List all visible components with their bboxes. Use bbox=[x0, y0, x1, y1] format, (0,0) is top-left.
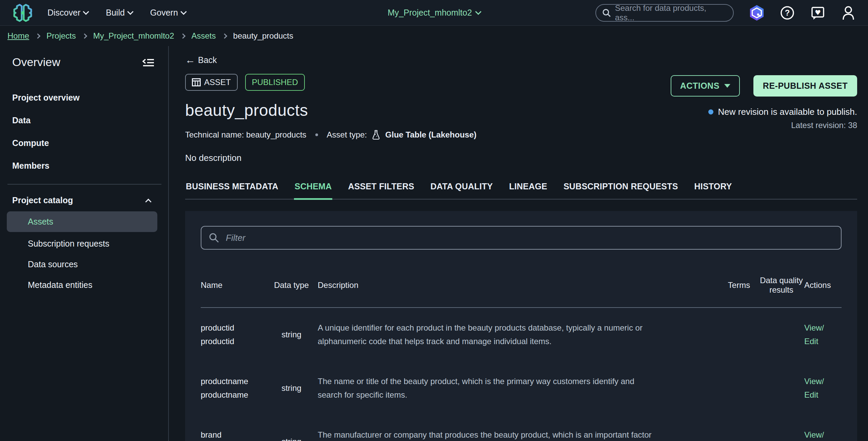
table-row: productid productid string A unique iden… bbox=[201, 308, 842, 361]
chevron-down-icon bbox=[127, 8, 133, 15]
actions-button[interactable]: ACTIONS bbox=[671, 75, 740, 97]
table-row: productname productname string The name … bbox=[201, 361, 842, 415]
table-icon bbox=[192, 78, 201, 86]
view-link-label: View/ bbox=[804, 321, 842, 335]
sidebar-item-metadata-entities[interactable]: Metadata entities bbox=[0, 275, 168, 295]
breadcrumb-separator-icon bbox=[82, 33, 87, 39]
republish-asset-button[interactable]: RE-PUBLISH ASSET bbox=[753, 75, 857, 97]
sidebar-item-compute[interactable]: Compute bbox=[0, 132, 168, 154]
chevron-down-icon bbox=[83, 8, 89, 15]
back-button[interactable]: ← Back bbox=[185, 55, 217, 65]
edit-link-label: Edit bbox=[804, 335, 842, 348]
asset-badge-label: ASSET bbox=[204, 78, 231, 87]
view-edit-link[interactable]: View/ Edit bbox=[804, 375, 842, 402]
sidebar-section-project-catalog[interactable]: Project catalog bbox=[0, 191, 168, 210]
caret-down-icon bbox=[724, 84, 730, 88]
tab-bar: BUSINESS METADATA SCHEMA ASSET FILTERS D… bbox=[185, 182, 857, 200]
tab-subscription-requests[interactable]: SUBSCRIPTION REQUESTS bbox=[563, 182, 679, 199]
field-description: A unique identifier for each product in … bbox=[318, 321, 719, 348]
breadcrumb-current: beauty_products bbox=[233, 31, 293, 41]
status-badge: PUBLISHED bbox=[245, 74, 305, 91]
column-header-name: Name bbox=[201, 280, 265, 290]
back-label: Back bbox=[198, 55, 217, 65]
sidebar-divider bbox=[7, 184, 161, 185]
sidebar-item-members[interactable]: Members bbox=[0, 154, 168, 177]
field-name: brand bbox=[201, 428, 265, 441]
breadcrumb-projects[interactable]: Projects bbox=[46, 31, 76, 41]
view-edit-link[interactable]: View/ Edit bbox=[804, 321, 842, 348]
project-catalog-label: Project catalog bbox=[12, 195, 73, 205]
field-name: productid bbox=[201, 321, 265, 335]
sidebar-title: Overview bbox=[12, 56, 60, 69]
asset-type-badge: ASSET bbox=[185, 74, 238, 91]
asset-description: No description bbox=[185, 153, 857, 163]
asset-type-value: Glue Table (Lakehouse) bbox=[385, 130, 476, 140]
glue-flask-icon bbox=[372, 130, 380, 140]
schema-panel: Name Data type Description Terms Data qu… bbox=[185, 211, 857, 441]
field-description: The manufacturer or company that produce… bbox=[318, 428, 719, 441]
search-icon bbox=[602, 8, 611, 17]
tab-data-quality[interactable]: DATA QUALITY bbox=[430, 182, 494, 199]
sidebar-item-assets[interactable]: Assets bbox=[7, 211, 157, 232]
nav-menu-govern[interactable]: Govern bbox=[150, 8, 186, 18]
project-selector-label: My_Project_mhomlto2 bbox=[388, 8, 472, 18]
edit-link-label: Edit bbox=[804, 388, 842, 402]
nav-menu-discover[interactable]: Discover bbox=[47, 8, 88, 18]
tab-business-metadata[interactable]: BUSINESS METADATA bbox=[185, 182, 279, 199]
schema-table: Name Data type Description Terms Data qu… bbox=[201, 263, 842, 441]
feedback-icon[interactable]: ♥ bbox=[810, 5, 825, 20]
asset-type-label: Asset type: bbox=[327, 130, 367, 140]
breadcrumb-assets[interactable]: Assets bbox=[192, 31, 216, 41]
sidebar: Overview Project overview Data Compute M… bbox=[0, 46, 169, 441]
nav-menu-build[interactable]: Build bbox=[106, 8, 133, 18]
breadcrumb-project[interactable]: My_Project_mhomlto2 bbox=[93, 31, 174, 41]
new-revision-dot-icon bbox=[708, 109, 713, 114]
field-technical-name: productid bbox=[201, 335, 265, 348]
nav-menu-build-label: Build bbox=[106, 8, 125, 18]
svg-text:♥: ♥ bbox=[815, 8, 821, 17]
search-placeholder: Search for data products, ass... bbox=[615, 3, 727, 22]
column-header-terms: Terms bbox=[719, 280, 758, 290]
revision-notice: New revision is available to publish. bbox=[718, 107, 857, 117]
chevron-down-icon bbox=[180, 8, 186, 15]
table-header-row: Name Data type Description Terms Data qu… bbox=[201, 263, 842, 307]
actions-button-label: ACTIONS bbox=[680, 81, 719, 91]
sagemaker-studio-logo-icon[interactable] bbox=[12, 3, 33, 22]
tab-asset-filters[interactable]: ASSET FILTERS bbox=[347, 182, 415, 199]
tab-schema[interactable]: SCHEMA bbox=[294, 182, 333, 200]
breadcrumb: Home Projects My_Project_mhomlto2 Assets… bbox=[0, 26, 868, 46]
collapse-sidebar-icon[interactable] bbox=[142, 58, 154, 67]
search-icon bbox=[209, 233, 219, 243]
field-name: productname bbox=[201, 375, 265, 388]
view-edit-link[interactable]: View/ Edit bbox=[804, 428, 842, 441]
sidebar-item-data-sources[interactable]: Data sources bbox=[0, 254, 168, 275]
sidebar-item-project-overview[interactable]: Project overview bbox=[0, 86, 168, 109]
main-content: ← Back ASSET PUBLISHED beauty_products T… bbox=[169, 46, 868, 441]
column-header-actions: Actions bbox=[804, 280, 842, 290]
back-arrow-icon: ← bbox=[185, 55, 195, 65]
chevron-up-icon bbox=[145, 199, 151, 205]
column-header-data-type: Data type bbox=[265, 280, 318, 290]
field-data-type: string bbox=[265, 330, 318, 339]
global-search-input[interactable]: Search for data products, ass... bbox=[595, 4, 734, 22]
breadcrumb-separator-icon bbox=[222, 33, 227, 39]
view-link-label: View/ bbox=[804, 428, 842, 441]
tab-lineage[interactable]: LINEAGE bbox=[508, 182, 548, 199]
amazon-q-icon[interactable] bbox=[749, 5, 764, 20]
chevron-down-icon bbox=[475, 8, 481, 15]
profile-icon[interactable] bbox=[841, 5, 856, 20]
sidebar-item-subscription-requests[interactable]: Subscription requests bbox=[0, 233, 168, 254]
breadcrumb-separator-icon bbox=[35, 33, 41, 39]
breadcrumb-home[interactable]: Home bbox=[7, 31, 29, 41]
schema-filter-input[interactable] bbox=[226, 233, 833, 243]
help-icon[interactable]: ? bbox=[780, 5, 795, 20]
breadcrumb-separator-icon bbox=[180, 33, 185, 39]
svg-text:?: ? bbox=[785, 8, 790, 17]
latest-revision: Latest revision: 38 bbox=[671, 121, 857, 130]
view-link-label: View/ bbox=[804, 375, 842, 388]
project-selector[interactable]: My_Project_mhomlto2 bbox=[388, 8, 480, 18]
tab-history[interactable]: HISTORY bbox=[694, 182, 733, 199]
sidebar-item-data[interactable]: Data bbox=[0, 109, 168, 132]
field-data-type: string bbox=[265, 437, 318, 441]
column-header-data-quality-results: Data quality results bbox=[758, 276, 804, 295]
